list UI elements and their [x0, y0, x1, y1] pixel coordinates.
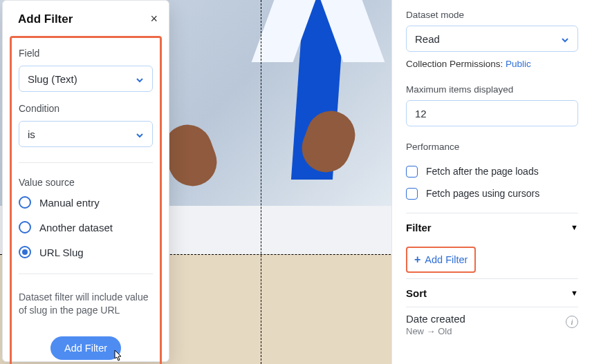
modal-body-highlight: Field Slug (Text) Condition is Value sou…	[10, 36, 162, 364]
condition-label: Condition	[19, 103, 153, 114]
value-source-label: Value source	[19, 177, 153, 188]
dataset-settings-panel: Dataset mode Read Collection Permissions…	[391, 0, 592, 364]
sort-section-header[interactable]: Sort ▼	[406, 279, 578, 307]
sort-field: Date created	[406, 313, 465, 325]
dataset-mode-value: Read	[415, 33, 440, 45]
add-filter-modal: Add Filter × Field Slug (Text) Condition…	[2, 0, 169, 362]
field-select-value: Slug (Text)	[28, 73, 77, 85]
modal-title: Add Filter	[18, 12, 73, 26]
checkbox-label: Fetch after the page loads	[426, 166, 539, 177]
radio-label: Another dataset	[39, 222, 113, 233]
max-items-label: Maximum items displayed	[406, 84, 578, 95]
checkbox-label: Fetch pages using cursors	[426, 188, 539, 199]
divider	[19, 274, 153, 274]
sort-direction: New → Old	[406, 326, 465, 336]
help-text: Dataset filter will include value of slu…	[19, 291, 153, 317]
radio-another-dataset[interactable]: Another dataset	[19, 217, 153, 238]
permissions-label: Collection Permissions:	[406, 59, 503, 69]
checkbox-fetch-after-load[interactable]: Fetch after the page loads	[406, 162, 578, 181]
radio-label: Manual entry	[39, 197, 100, 209]
chevron-down-icon	[136, 75, 144, 83]
radio-icon	[19, 221, 31, 233]
info-icon[interactable]: i	[566, 316, 578, 328]
radio-label: URL Slug	[39, 247, 84, 258]
grid-guide-vertical	[261, 0, 261, 364]
checkbox-icon	[406, 166, 418, 178]
dataset-mode-select[interactable]: Read	[406, 26, 578, 52]
checkbox-fetch-cursors[interactable]: Fetch pages using cursors	[406, 184, 578, 203]
chevron-down-icon	[561, 35, 569, 43]
field-select[interactable]: Slug (Text)	[19, 66, 153, 92]
radio-icon	[19, 246, 31, 258]
collapse-icon: ▼	[571, 289, 578, 297]
dataset-mode-label: Dataset mode	[406, 10, 578, 20]
performance-label: Performance	[406, 142, 578, 152]
section-title: Filter	[406, 222, 432, 233]
plus-icon: +	[414, 253, 420, 266]
add-filter-submit-button[interactable]: Add Filter	[50, 336, 121, 360]
field-label: Field	[19, 48, 153, 59]
condition-select[interactable]: is	[19, 121, 153, 147]
radio-url-slug[interactable]: URL Slug	[19, 242, 153, 262]
add-filter-button[interactable]: + Add Filter	[406, 247, 476, 273]
permissions-link[interactable]: Public	[506, 59, 531, 69]
filter-section-header[interactable]: Filter ▼	[406, 213, 578, 241]
collapse-icon: ▼	[571, 223, 578, 231]
condition-select-value: is	[28, 128, 35, 140]
radio-icon	[19, 196, 31, 209]
radio-manual-entry[interactable]: Manual entry	[19, 192, 153, 213]
divider	[19, 162, 153, 163]
max-items-input[interactable]	[406, 100, 578, 126]
cursor-icon	[112, 349, 123, 364]
section-title: Sort	[406, 287, 427, 299]
chevron-down-icon	[136, 130, 144, 138]
checkbox-icon	[406, 188, 418, 200]
add-filter-label: Add Filter	[425, 254, 468, 265]
close-icon[interactable]: ×	[150, 12, 158, 26]
